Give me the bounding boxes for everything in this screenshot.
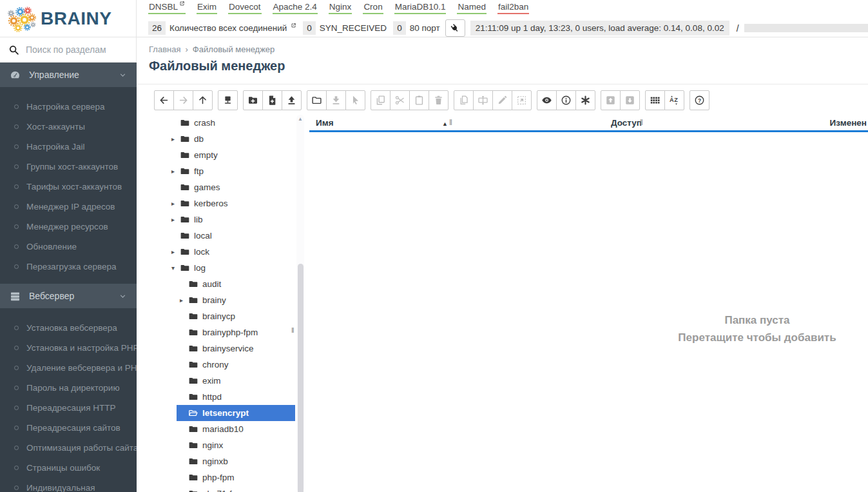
tree-item-brainyphp-fpm[interactable]: brainyphp-fpm bbox=[148, 324, 295, 340]
sidebar-item[interactable]: Индивидуальная bbox=[0, 478, 137, 492]
sidebar-item[interactable]: Страницы ошибок bbox=[0, 458, 137, 478]
tree-item-log[interactable]: ▾log bbox=[148, 260, 295, 276]
permissions-button[interactable] bbox=[575, 90, 595, 110]
service-link[interactable]: Nginx bbox=[329, 2, 352, 14]
new-folder-button[interactable] bbox=[243, 90, 263, 110]
tree-item-brainyservice[interactable]: brainyservice bbox=[148, 340, 295, 357]
logo[interactable]: BRAINY bbox=[0, 0, 137, 37]
disk-usage-bar bbox=[744, 24, 868, 32]
tree-expand-arrow[interactable]: ▸ bbox=[171, 216, 180, 223]
tree-item-empty[interactable]: empty bbox=[148, 147, 295, 163]
service-link[interactable]: Exim bbox=[197, 2, 217, 14]
sidebar-item[interactable]: Хост-аккаунты bbox=[0, 117, 137, 137]
sidebar-item[interactable]: Тарифы хост-аккаунтов bbox=[0, 177, 137, 197]
tree-item-chrony[interactable]: chrony bbox=[148, 357, 295, 373]
column-header-modified[interactable]: Изменен bbox=[830, 118, 867, 128]
tree-item-lib[interactable]: ▸lib bbox=[148, 212, 295, 228]
sidebar-item[interactable]: Перезагрузка сервера bbox=[0, 257, 137, 277]
tree-item-games[interactable]: games bbox=[148, 179, 295, 195]
upload-button[interactable] bbox=[282, 90, 302, 110]
sidebar-item[interactable]: Группы хост-аккаунтов bbox=[0, 157, 137, 177]
sidebar-item[interactable]: Установка вебсервера bbox=[0, 318, 137, 338]
stat-label: SYN_RECEIVED bbox=[320, 23, 387, 33]
tree-item-nginx[interactable]: nginx bbox=[148, 437, 295, 453]
breadcrumb-home[interactable]: Главная bbox=[149, 44, 180, 54]
tree-item-audit[interactable]: audit bbox=[148, 276, 295, 292]
sidebar-item[interactable]: Настройка сервера bbox=[0, 97, 137, 117]
tree-item-ftp[interactable]: ▸ftp bbox=[148, 163, 295, 179]
tree-scrollbar[interactable]: ▲ bbox=[296, 115, 304, 492]
service-link[interactable]: Apache 2.4 bbox=[273, 2, 318, 14]
back-button[interactable] bbox=[154, 90, 174, 110]
tree-scrollbar-thumb[interactable] bbox=[298, 264, 304, 492]
tree-item-lock[interactable]: ▸lock bbox=[148, 244, 295, 260]
open-folder-button[interactable] bbox=[307, 90, 327, 110]
sidebar-item[interactable]: Обновление bbox=[0, 237, 137, 257]
stat-value: 0 bbox=[303, 21, 316, 35]
root-button[interactable] bbox=[218, 90, 238, 110]
section-header-vebserver[interactable]: Вебсервер bbox=[0, 284, 137, 308]
sidebar-item-label: Страницы ошибок bbox=[26, 463, 100, 473]
tree-expand-arrow[interactable]: ▸ bbox=[171, 168, 180, 175]
tree-panel-resize-handle[interactable]: ‖ bbox=[291, 326, 294, 334]
info-button[interactable] bbox=[556, 90, 576, 110]
sidebar-item[interactable]: Переадресация сайтов bbox=[0, 418, 137, 438]
section-header-upravlenie[interactable]: Управление bbox=[0, 63, 137, 87]
tree-item-mariadb10[interactable]: mariadb10 bbox=[148, 421, 295, 437]
tree-item-db[interactable]: ▸db bbox=[148, 131, 295, 147]
tree-item-httpd[interactable]: httpd bbox=[148, 389, 295, 405]
tree-item-exim[interactable]: exim bbox=[148, 373, 295, 389]
tree-expand-arrow[interactable]: ▾ bbox=[171, 264, 180, 271]
tree-item-local[interactable]: local bbox=[148, 228, 295, 244]
column-header-name[interactable]: Имя bbox=[316, 118, 334, 128]
service-label: Apache 2.4 bbox=[273, 2, 317, 12]
tree-expand-arrow[interactable]: ▸ bbox=[171, 248, 180, 255]
tree-expand-arrow[interactable]: ▸ bbox=[171, 135, 180, 143]
sidebar-item[interactable]: Менеджер IP адресов bbox=[0, 197, 137, 217]
grid-view-button[interactable] bbox=[645, 90, 665, 110]
download-button bbox=[326, 90, 346, 110]
sidebar-item[interactable]: Настройка Jail bbox=[0, 137, 137, 157]
service-link[interactable]: Cron bbox=[363, 2, 383, 14]
sidebar-item[interactable]: Менеджер ресурсов bbox=[0, 217, 137, 237]
tree-item-php71-fpm[interactable]: php71-fpm bbox=[148, 486, 295, 492]
service-link[interactable]: MariaDB10.1 bbox=[394, 2, 447, 14]
up-button[interactable] bbox=[193, 90, 213, 110]
tree-expand-arrow[interactable]: ▸ bbox=[180, 297, 188, 304]
tree-item-crash[interactable]: crash bbox=[148, 115, 295, 131]
section-items: Установка вебсервераУстановка и настройк… bbox=[0, 308, 137, 492]
sort-az-button[interactable]: AZ bbox=[664, 90, 684, 110]
sidebar-item[interactable]: Переадресация HTTP bbox=[0, 398, 137, 418]
search-input[interactable] bbox=[26, 44, 128, 55]
bullet-icon bbox=[14, 386, 19, 390]
tree-item-letsencrypt[interactable]: letsencrypt bbox=[148, 405, 295, 421]
tree-item-php-fpm[interactable]: php-fpm bbox=[148, 469, 295, 486]
empty-folder-message: Папка пуста Перетащите чтобы добавить bbox=[648, 311, 867, 346]
sidebar-item[interactable]: Пароль на директорию bbox=[0, 378, 137, 398]
sidebar-item[interactable]: Установка и настройка PHP bbox=[0, 338, 137, 358]
folder-icon bbox=[188, 311, 198, 321]
service-link[interactable]: DNSBL bbox=[148, 2, 186, 14]
column-header-access[interactable]: Доступ bbox=[611, 118, 642, 128]
column-resize-handle[interactable]: ‖ bbox=[640, 118, 643, 127]
tree-expand-arrow[interactable]: ▸ bbox=[171, 200, 180, 207]
tree-item-nginxb[interactable]: nginxb bbox=[148, 453, 295, 469]
service-link[interactable]: Dovecot bbox=[228, 2, 262, 14]
plug-button[interactable] bbox=[445, 19, 465, 37]
tree-item-brainycp[interactable]: brainycp bbox=[148, 308, 295, 324]
column-resize-handle[interactable]: ‖ bbox=[449, 118, 452, 127]
service-link[interactable]: Named bbox=[457, 2, 487, 14]
scroll-up-arrow[interactable]: ▲ bbox=[296, 116, 304, 122]
sidebar-item[interactable]: Удаление вебсервера и PHP bbox=[0, 358, 137, 378]
service-link[interactable]: fail2ban bbox=[497, 2, 529, 14]
tree-item-kerberos[interactable]: ▸kerberos bbox=[148, 195, 295, 212]
tree-label: nginxb bbox=[202, 457, 228, 466]
connection-stat: 080 порт bbox=[393, 21, 440, 35]
tree-label: nginx bbox=[202, 440, 223, 450]
view-button[interactable] bbox=[537, 90, 557, 110]
tree-item-brainy[interactable]: ▸brainy bbox=[148, 292, 295, 308]
sidebar-item[interactable]: Оптимизация работы сайта bbox=[0, 438, 137, 458]
new-file-button[interactable] bbox=[262, 90, 282, 110]
bullet-icon bbox=[14, 486, 19, 490]
help-button[interactable]: ? bbox=[690, 90, 709, 110]
